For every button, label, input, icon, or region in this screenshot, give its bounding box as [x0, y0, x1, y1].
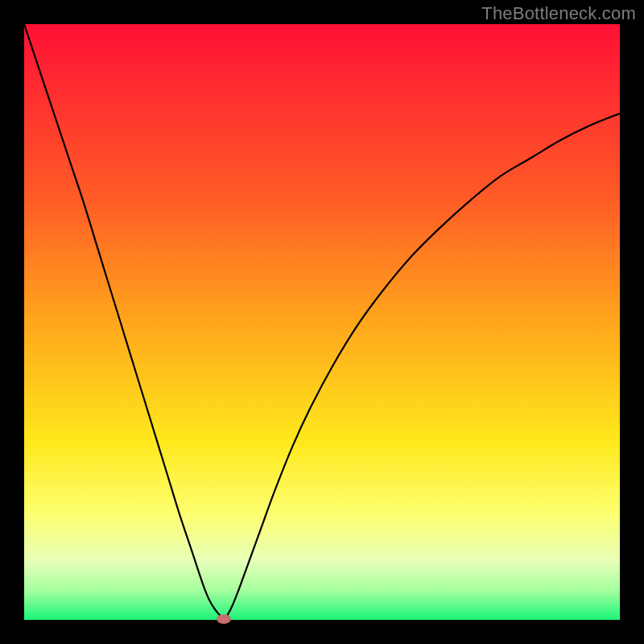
optimal-point-marker: [217, 614, 231, 624]
plot-area: [24, 24, 620, 620]
chart-frame: TheBottleneck.com: [0, 0, 644, 644]
bottleneck-curve: [24, 24, 620, 620]
watermark-text: TheBottleneck.com: [481, 3, 636, 24]
